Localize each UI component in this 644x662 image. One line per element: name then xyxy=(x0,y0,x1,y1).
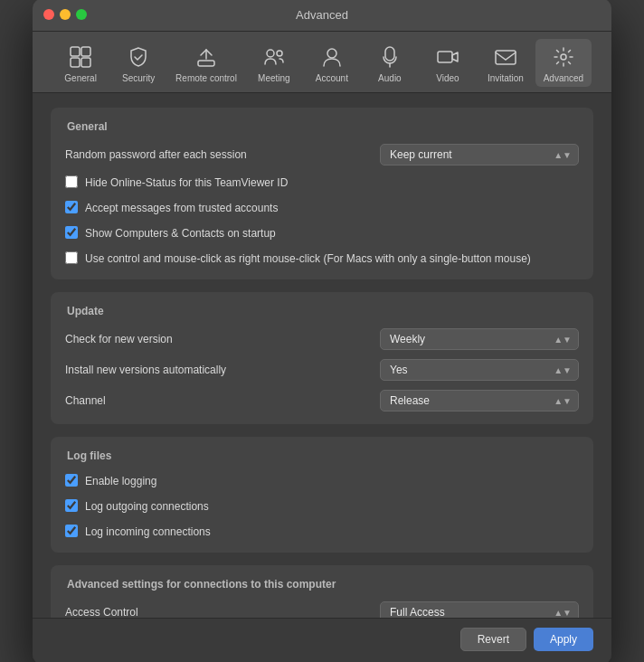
general-label: General xyxy=(64,73,97,83)
log-files-section-title: Log files xyxy=(67,449,579,462)
check-version-select-wrapper: Weekly Daily Never ▲▼ xyxy=(380,328,579,350)
svg-rect-9 xyxy=(438,52,452,62)
log-incoming-checkbox[interactable] xyxy=(65,525,78,537)
advanced-icon xyxy=(549,43,578,71)
svg-rect-2 xyxy=(71,58,80,67)
audio-label: Audio xyxy=(378,73,402,83)
use-control-row: Use control and mouse-click as right mou… xyxy=(65,251,579,267)
show-computers-checkbox[interactable] xyxy=(65,226,78,239)
video-icon xyxy=(433,43,462,71)
accept-messages-label: Accept messages from trusted accounts xyxy=(85,200,278,216)
svg-rect-3 xyxy=(81,58,90,67)
invitation-label: Invitation xyxy=(488,73,524,83)
toolbar-item-advanced[interactable]: Advanced xyxy=(535,39,592,87)
hide-online-label: Hide Online-Status for this TeamViewer I… xyxy=(85,175,288,191)
revert-button[interactable]: Revert xyxy=(460,628,526,651)
svg-point-6 xyxy=(277,51,282,56)
access-control-label: Access Control xyxy=(65,606,380,618)
svg-rect-1 xyxy=(81,47,90,56)
accept-messages-row: Accept messages from trusted accounts xyxy=(65,200,579,216)
accept-messages-checkbox[interactable] xyxy=(65,201,78,213)
general-section-title: General xyxy=(67,120,579,133)
channel-select-wrapper: Release Beta ▲▼ xyxy=(380,390,579,411)
hide-online-checkbox[interactable] xyxy=(65,175,78,188)
audio-icon xyxy=(375,43,404,71)
toolbar-item-account[interactable]: Account xyxy=(304,39,360,87)
enable-logging-checkbox[interactable] xyxy=(65,474,78,487)
svg-point-11 xyxy=(561,54,566,60)
access-control-select-wrapper: Full Access Confirm all View only ▲▼ xyxy=(380,601,579,618)
security-icon xyxy=(124,43,153,71)
traffic-lights xyxy=(43,9,87,20)
channel-row: Channel Release Beta ▲▼ xyxy=(65,390,579,411)
log-incoming-row: Log incoming connections xyxy=(65,524,579,540)
remote-control-icon xyxy=(192,43,221,71)
apply-button[interactable]: Apply xyxy=(534,628,593,651)
video-label: Video xyxy=(436,73,459,83)
install-versions-select-wrapper: Yes No ▲▼ xyxy=(380,359,579,381)
general-icon xyxy=(66,43,95,71)
toolbar-item-meeting[interactable]: Meeting xyxy=(246,39,302,87)
random-password-row: Random password after each session Keep … xyxy=(65,144,579,166)
install-versions-select[interactable]: Yes No xyxy=(380,359,579,381)
check-version-select[interactable]: Weekly Daily Never xyxy=(380,328,579,350)
titlebar: Advanced xyxy=(33,0,611,32)
toolbar-item-video[interactable]: Video xyxy=(420,39,476,87)
install-versions-row: Install new versions automatically Yes N… xyxy=(65,359,579,381)
toolbar-item-audio[interactable]: Audio xyxy=(362,39,418,87)
show-computers-row: Show Computers & Contacts on startup xyxy=(65,225,579,241)
main-window: Advanced General Security xyxy=(33,0,611,662)
window-title: Advanced xyxy=(296,8,348,22)
access-control-row: Access Control Full Access Confirm all V… xyxy=(65,601,579,618)
bottom-bar: Revert Apply xyxy=(33,618,611,663)
enable-logging-row: Enable logging xyxy=(65,473,579,489)
check-version-label: Check for new version xyxy=(65,333,380,345)
meeting-label: Meeting xyxy=(258,73,290,83)
toolbar-item-remote-control[interactable]: Remote control xyxy=(168,39,244,87)
advanced-settings-title: Advanced settings for connections to thi… xyxy=(67,578,579,591)
random-password-label: Random password after each session xyxy=(65,148,380,161)
update-section: Update Check for new version Weekly Dail… xyxy=(51,292,593,424)
account-icon xyxy=(317,43,346,71)
security-label: Security xyxy=(122,73,155,83)
random-password-select-wrapper: Keep current Generate new Deactivate ▲▼ xyxy=(380,144,579,166)
show-computers-label: Show Computers & Contacts on startup xyxy=(85,225,276,241)
use-control-checkbox[interactable] xyxy=(65,251,78,264)
account-label: Account xyxy=(316,73,348,83)
general-section: General Random password after each sessi… xyxy=(51,108,593,279)
log-files-section: Log files Enable logging Log outgoing co… xyxy=(51,437,593,553)
content-area: General Random password after each sessi… xyxy=(33,93,611,618)
maximize-button[interactable] xyxy=(76,9,87,20)
toolbar-item-general[interactable]: General xyxy=(52,39,109,87)
close-button[interactable] xyxy=(43,9,54,20)
svg-point-7 xyxy=(327,49,336,58)
toolbar-item-invitation[interactable]: Invitation xyxy=(478,39,534,87)
update-section-title: Update xyxy=(67,305,579,317)
svg-rect-10 xyxy=(496,51,516,64)
check-version-row: Check for new version Weekly Daily Never… xyxy=(65,328,579,350)
svg-rect-4 xyxy=(198,61,214,66)
log-incoming-label: Log incoming connections xyxy=(85,524,211,540)
minimize-button[interactable] xyxy=(60,9,71,20)
use-control-label: Use control and mouse-click as right mou… xyxy=(85,251,531,267)
svg-point-5 xyxy=(267,50,274,57)
meeting-icon xyxy=(260,43,289,71)
advanced-label: Advanced xyxy=(544,73,583,83)
toolbar: General Security Remote control xyxy=(33,32,611,93)
svg-rect-0 xyxy=(71,47,80,56)
invitation-icon xyxy=(491,43,520,71)
access-control-select[interactable]: Full Access Confirm all View only xyxy=(380,601,579,618)
advanced-settings-section: Advanced settings for connections to thi… xyxy=(51,565,593,618)
enable-logging-label: Enable logging xyxy=(85,473,156,489)
toolbar-item-security[interactable]: Security xyxy=(110,39,166,87)
random-password-select[interactable]: Keep current Generate new Deactivate xyxy=(380,144,579,166)
install-versions-label: Install new versions automatically xyxy=(65,364,380,376)
log-outgoing-checkbox[interactable] xyxy=(65,499,78,512)
log-outgoing-label: Log outgoing connections xyxy=(85,498,209,515)
channel-label: Channel xyxy=(65,394,380,407)
log-outgoing-row: Log outgoing connections xyxy=(65,498,579,515)
hide-online-row: Hide Online-Status for this TeamViewer I… xyxy=(65,175,579,191)
channel-select[interactable]: Release Beta xyxy=(380,390,579,411)
remote-control-label: Remote control xyxy=(175,73,237,83)
